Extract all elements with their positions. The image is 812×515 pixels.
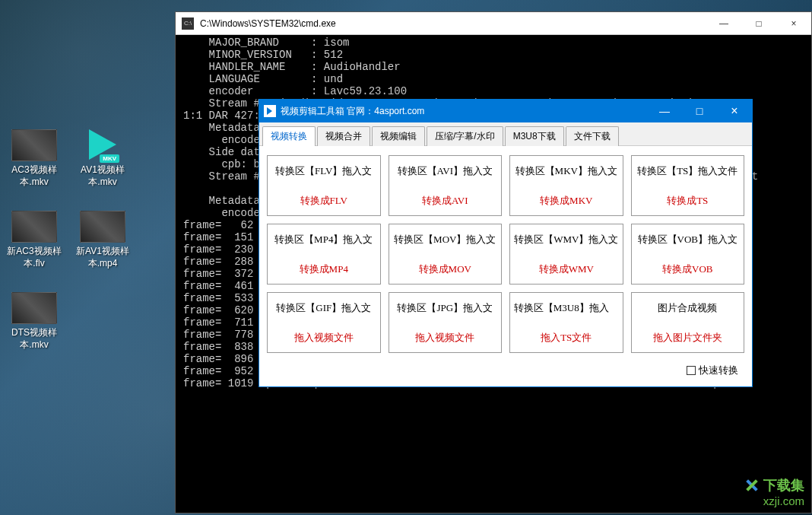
app-title-text: 视频剪辑工具箱 官网：4asport.com (281, 105, 647, 118)
box-label: 转换区【FLV】拖入文 (275, 164, 372, 178)
box-label: 转换区【JPG】拖入文 (397, 301, 493, 315)
drop-mov[interactable]: 转换区【MOV】拖入文转换成MOV (389, 224, 503, 285)
close-button[interactable]: × (717, 100, 752, 122)
box-label: 转换区【AVI】拖入文 (398, 164, 493, 178)
video-thumb-icon (11, 292, 57, 324)
drop-ts[interactable]: 转换区【TS】拖入文件转换成TS (631, 155, 745, 216)
cmd-title-text: C:\Windows\SYSTEM32\cmd.exe (200, 18, 706, 29)
icon-label: 新AV1视频样本.mp4 (68, 246, 137, 269)
drop-mp4[interactable]: 转换区【MP4】拖入文转换成MP4 (267, 224, 381, 285)
shortcut-ac3-mkv[interactable]: AC3视频样本.mkv (0, 129, 68, 188)
drop-vob[interactable]: 转换区【VOB】拖入文转换成VOB (631, 224, 745, 285)
maximize-button[interactable]: □ (741, 12, 776, 34)
minimize-button[interactable]: — (647, 100, 682, 122)
drop-avi[interactable]: 转换区【AVI】拖入文转换成AVI (389, 155, 503, 216)
video-thumb-icon (11, 129, 57, 161)
drop-flv[interactable]: 转换区【FLV】拖入文转换成FLV (267, 155, 381, 216)
minimize-button[interactable]: — (706, 12, 741, 34)
cmd-titlebar[interactable]: C:\ C:\Windows\SYSTEM32\cmd.exe — □ × (176, 12, 811, 35)
desktop-icons: AC3视频样本.mkv MKV AV1视频样本.mkv 新AC3视频样本.flv… (0, 129, 152, 374)
box-label: 转换区【M3U8】拖入ゞ (514, 301, 619, 315)
video-toolbox-window: 视频剪辑工具箱 官网：4asport.com — □ × 视频转换 视频合并 视… (259, 99, 753, 387)
close-button[interactable]: × (776, 12, 811, 34)
box-hint: 拖入视频文件 (294, 331, 354, 345)
box-label: 转换区【WMV】拖入文 (514, 233, 618, 246)
fast-convert-label: 快速转换 (699, 364, 738, 377)
box-label: 图片合成视频 (658, 301, 717, 315)
box-hint: 转换成AVI (422, 194, 468, 208)
drop-m3u8[interactable]: 转换区【M3U8】拖入ゞ拖入TS文件 (509, 292, 623, 353)
box-hint: 转换成VOB (662, 262, 712, 276)
tab-download[interactable]: 文件下载 (566, 126, 619, 146)
convert-panel: 转换区【FLV】拖入文转换成FLV 转换区【AVI】拖入文转换成AVI 转换区【… (259, 146, 752, 386)
fast-convert-checkbox[interactable] (687, 366, 696, 375)
box-hint: 转换成MP4 (300, 262, 348, 276)
icon-label: AV1视频样本.mkv (68, 164, 137, 188)
drop-gif[interactable]: 转换区【GIF】拖入文拖入视频文件 (267, 292, 381, 353)
shortcut-new-av1-mp4[interactable]: 新AV1视频样本.mp4 (68, 211, 137, 269)
video-thumb-icon (80, 211, 125, 243)
box-label: 转换区【GIF】拖入文 (276, 301, 371, 315)
format-badge: MKV (100, 154, 119, 163)
box-hint: 转换成FLV (300, 194, 347, 208)
cmd-icon: C:\ (182, 17, 194, 30)
icon-label: DTS视频样本.mkv (0, 327, 68, 351)
box-hint: 转换成MOV (419, 262, 471, 276)
box-label: 转换区【MOV】拖入文 (394, 233, 496, 246)
watermark-name: 下载集 (763, 476, 804, 494)
app-icon (264, 105, 276, 117)
box-hint: 转换成MKV (540, 194, 592, 208)
icon-label: AC3视频样本.mkv (0, 164, 68, 188)
shortcut-new-ac3-flv[interactable]: 新AC3视频样本.flv (0, 211, 68, 269)
tab-compress[interactable]: 压缩/字幕/水印 (427, 126, 503, 146)
app-titlebar[interactable]: 视频剪辑工具箱 官网：4asport.com — □ × (259, 100, 752, 122)
tab-video-convert[interactable]: 视频转换 (262, 126, 316, 146)
box-hint: 拖入图片文件夹 (653, 331, 722, 345)
fast-convert-row: 快速转换 (267, 361, 744, 380)
drop-image-compose[interactable]: 图片合成视频拖入图片文件夹 (631, 292, 745, 353)
drop-mkv[interactable]: 转换区【MKV】拖入文转换成MKV (509, 155, 623, 216)
icon-label: 新AC3视频样本.flv (0, 246, 68, 269)
tab-m3u8[interactable]: M3U8下载 (505, 126, 564, 146)
maximize-button[interactable]: □ (682, 100, 717, 122)
video-thumb-icon (11, 211, 57, 243)
box-hint: 转换成WMV (539, 262, 594, 276)
drop-wmv[interactable]: 转换区【WMV】拖入文转换成WMV (509, 224, 623, 285)
tab-video-edit[interactable]: 视频编辑 (372, 126, 425, 146)
watermark-url: xzji.com (744, 494, 804, 507)
play-icon: MKV (80, 129, 125, 161)
box-label: 转换区【MP4】拖入文 (274, 233, 373, 246)
box-label: 转换区【TS】拖入文件 (637, 164, 737, 178)
box-hint: 拖入TS文件 (541, 331, 592, 345)
box-hint: 转换成TS (667, 194, 708, 208)
tab-video-merge[interactable]: 视频合并 (317, 126, 370, 146)
drop-jpg[interactable]: 转换区【JPG】拖入文拖入视频文件 (389, 292, 503, 353)
tabbar: 视频转换 视频合并 视频编辑 压缩/字幕/水印 M3U8下载 文件下载 (259, 122, 752, 146)
shortcut-dts-mkv[interactable]: DTS视频样本.mkv (0, 292, 68, 351)
box-hint: 拖入视频文件 (415, 331, 474, 345)
box-label: 转换区【MKV】拖入文 (515, 164, 617, 178)
shortcut-av1-mkv[interactable]: MKV AV1视频样本.mkv (68, 129, 137, 188)
watermark: 下载集 xzji.com (744, 476, 804, 507)
watermark-logo-icon (744, 477, 760, 494)
box-label: 转换区【VOB】拖入文 (638, 233, 737, 246)
